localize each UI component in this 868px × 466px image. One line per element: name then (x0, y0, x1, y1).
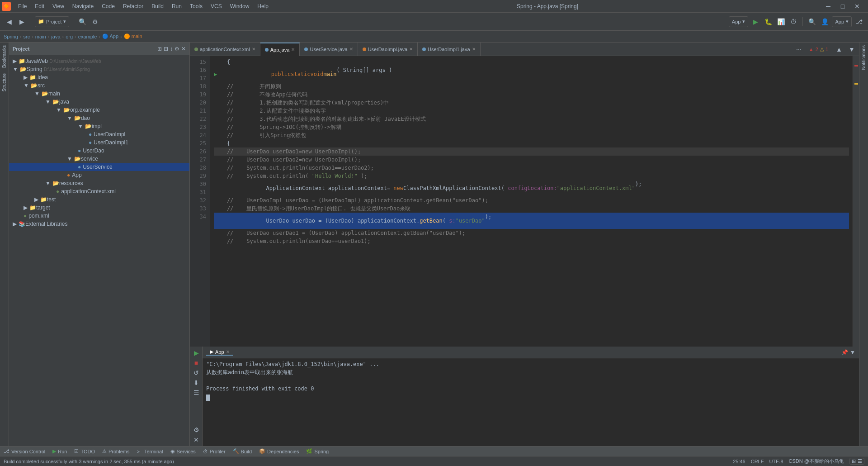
menu-vcs[interactable]: VCS (207, 2, 226, 10)
problems-item[interactable]: ⚠ Problems (102, 448, 129, 454)
bookmarks-label[interactable]: Bookmarks (1, 43, 8, 71)
tree-item-service[interactable]: ▼ 📂 service (9, 155, 189, 163)
build-item[interactable]: 🔨 Build (233, 448, 252, 454)
run-tab-close[interactable]: ✕ (226, 349, 230, 354)
console-output[interactable]: "C:\Program Files\Java\jdk1.8.0_152\bin\… (203, 358, 859, 446)
tree-item-target[interactable]: ▶ 📁 target (9, 204, 189, 212)
run-item[interactable]: ▶ Run (52, 448, 67, 454)
sidebar-expand-icon[interactable]: ⊞ (157, 46, 162, 52)
run-config-dropdown[interactable]: App ▾ (729, 16, 749, 27)
services-item[interactable]: ◉ Services (170, 448, 196, 454)
tree-item-javaweb[interactable]: ▶ 📁 JavaWeb D:\Users\Admin\JavaWeb (9, 57, 189, 65)
tab-close-userdaoimpl[interactable]: ✕ (409, 47, 413, 52)
run-filter-icon[interactable]: ☰ (192, 388, 201, 397)
collapse-icon[interactable]: ▼ (850, 349, 855, 356)
breadcrumb-org[interactable]: org (66, 34, 73, 39)
tree-item-pom[interactable]: ● pom.xml (9, 212, 189, 220)
maximize-button[interactable]: □ (837, 1, 848, 12)
breadcrumb-main[interactable]: main (35, 34, 46, 39)
menu-help[interactable]: Help (254, 2, 272, 10)
run-close-icon[interactable]: ✕ (192, 435, 201, 444)
tab-userservice-java[interactable]: UserService.java ✕ (300, 43, 358, 56)
breadcrumb-example[interactable]: example (78, 34, 97, 39)
run-gutter-icon[interactable]: ▶ (214, 70, 217, 78)
tree-item-appcontext-xml[interactable]: ● applicationContext.xml (9, 187, 189, 195)
breadcrumb-app[interactable]: 🔵 App (102, 33, 118, 39)
menu-refactor[interactable]: Refactor (119, 2, 147, 10)
tree-item-userservice[interactable]: ● UserService (9, 163, 189, 171)
debug-button[interactable]: 🐛 (763, 16, 774, 27)
app-config-dropdown[interactable]: App▾ (832, 16, 852, 27)
project-dropdown[interactable]: 📁 Project ▾ (35, 16, 69, 27)
run-scroll-icon[interactable]: ⬇ (192, 378, 201, 387)
run-play-icon[interactable]: ▶ (192, 348, 201, 357)
menu-view[interactable]: View (49, 2, 68, 10)
tree-item-resources[interactable]: ▼ 📂 resources (9, 179, 189, 187)
run-button[interactable]: ▶ (750, 16, 761, 27)
run-rerun-icon[interactable]: ↺ (192, 368, 201, 377)
scroll-up-icon[interactable]: ▲ (834, 44, 844, 55)
tree-item-idea[interactable]: ▶ 📁 .idea (9, 73, 189, 81)
code-content[interactable]: { ▶ public static void main( String[] ar… (210, 56, 853, 347)
menu-tools[interactable]: Tools (186, 2, 206, 10)
breadcrumb-java[interactable]: java (51, 34, 60, 39)
menu-code[interactable]: Code (98, 2, 118, 10)
tree-item-spring[interactable]: ▼ 📂 Spring D:\Users\Admin\Spring (9, 65, 189, 73)
sidebar-collapse-icon[interactable]: ⊟ (164, 46, 168, 52)
tab-close-userdaoimpl1[interactable]: ✕ (472, 47, 476, 52)
menu-file[interactable]: File (14, 2, 30, 10)
run-stop-icon[interactable]: ■ (192, 358, 201, 367)
tree-item-impl[interactable]: ▼ 📂 impl (9, 122, 189, 130)
list-icon[interactable]: ☰ (858, 458, 862, 464)
dependencies-item[interactable]: 📦 Dependencies (259, 448, 299, 454)
search-everywhere-btn[interactable]: 🔍 (77, 16, 88, 27)
profiler-item[interactable]: ⏱ Profiler (203, 449, 226, 454)
crlf-status[interactable]: CRLF (751, 459, 764, 464)
menu-window[interactable]: Window (226, 2, 253, 10)
structure-label[interactable]: Structure (1, 71, 8, 95)
tree-item-java[interactable]: ▼ 📂 java (9, 98, 189, 106)
breadcrumb-main-method[interactable]: 🟠 main (124, 33, 142, 39)
breadcrumb-src[interactable]: src (23, 34, 30, 39)
version-control-item[interactable]: ⎇ Version Control (4, 448, 45, 454)
tab-userdaoimpl1-java[interactable]: UserDaoImpl1.java ✕ (418, 43, 481, 56)
view-mode-toggle[interactable]: ⊞ ☰ (849, 458, 864, 465)
run-tab[interactable]: ▶ App ✕ (206, 349, 233, 356)
spring-item[interactable]: 🌿 Spring (306, 448, 329, 454)
menu-build[interactable]: Build (148, 2, 167, 10)
coverage-button[interactable]: 📊 (775, 16, 786, 27)
tab-close-appcontext[interactable]: ✕ (252, 47, 255, 52)
tree-item-org-example[interactable]: ▼ 📂 org.example (9, 106, 189, 114)
close-button[interactable]: ✕ (852, 1, 863, 12)
tab-appcontext-xml[interactable]: applicationContext.xml ✕ (190, 43, 260, 56)
notifications-label[interactable]: Notifications (860, 43, 867, 72)
sidebar-close-icon[interactable]: ✕ (181, 46, 186, 52)
tree-item-test[interactable]: ▶ 📁 test (9, 195, 189, 204)
minimize-button[interactable]: ─ (823, 1, 834, 12)
profile-button[interactable]: ⏱ (788, 16, 799, 27)
tab-close-app[interactable]: ✕ (291, 47, 295, 52)
tree-item-src[interactable]: ▼ 📂 src (9, 81, 189, 90)
forward-btn[interactable]: ▶ (16, 16, 27, 27)
menu-navigate[interactable]: Navigate (69, 2, 97, 10)
tree-item-userdaoimpl1[interactable]: ● UserDaoImpl1 (9, 138, 189, 147)
git-btn[interactable]: ⎇ (854, 16, 864, 27)
scroll-down-icon[interactable]: ▼ (846, 44, 857, 55)
encoding-status[interactable]: UTF-8 (769, 459, 783, 464)
tree-item-main[interactable]: ▼ 📂 main (9, 90, 189, 98)
user-btn[interactable]: 👤 (819, 16, 830, 27)
run-settings-icon[interactable]: ⚙ (192, 425, 201, 434)
grid-icon[interactable]: ⊞ (852, 458, 856, 464)
tabs-overflow-icon[interactable]: ⋯ (796, 46, 802, 52)
search-btn[interactable]: 🔍 (807, 16, 817, 27)
tree-item-userdaoimpl[interactable]: ● UserDaoImpl (9, 130, 189, 138)
pin-icon[interactable]: 📌 (841, 349, 848, 356)
back-btn[interactable]: ◀ (4, 16, 14, 27)
settings-btn[interactable]: ⚙ (90, 16, 100, 27)
tab-userdaoimpl-java[interactable]: UserDaoImpl.java ✕ (358, 43, 418, 56)
terminal-item[interactable]: >_ Terminal (137, 449, 163, 454)
breadcrumb-spring[interactable]: Spring (4, 34, 18, 39)
sidebar-settings-icon[interactable]: ⚙ (175, 46, 179, 52)
menu-run[interactable]: Run (168, 2, 185, 10)
menu-edit[interactable]: Edit (31, 2, 48, 10)
